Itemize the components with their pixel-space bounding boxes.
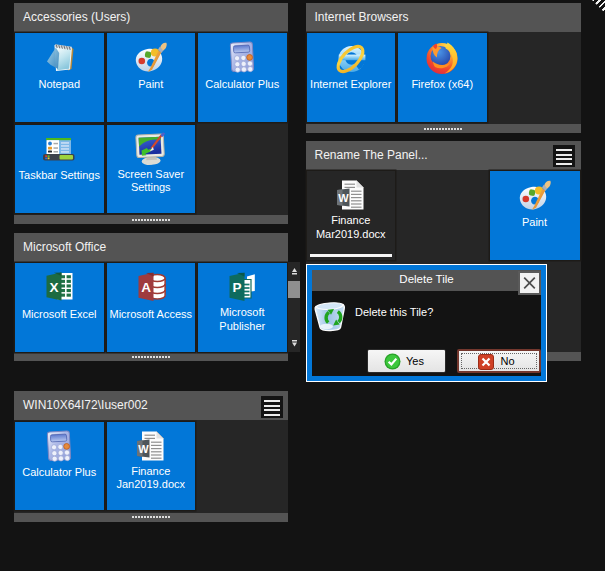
svg-text:P: P (233, 280, 242, 295)
svg-text:W: W (138, 442, 149, 454)
svg-text:X: X (50, 280, 59, 295)
svg-text:W: W (338, 192, 349, 204)
svg-text:A: A (141, 280, 151, 295)
